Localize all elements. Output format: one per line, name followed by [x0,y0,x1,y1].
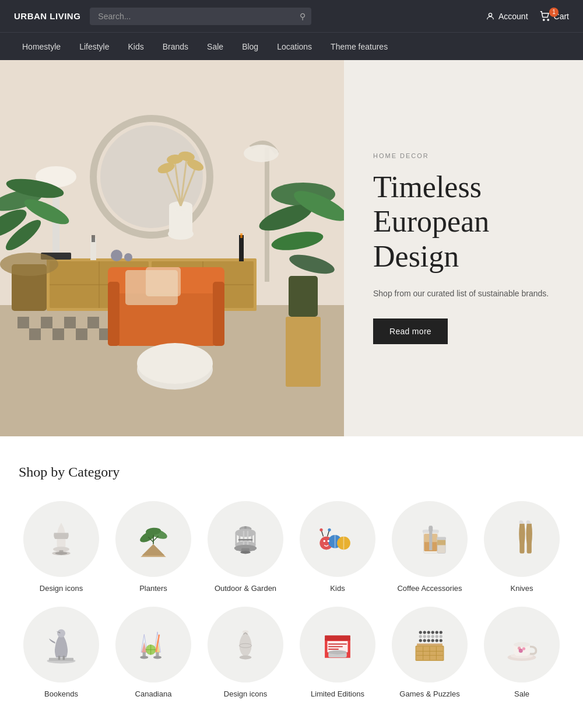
cart-button[interactable]: 1 Cart [540,11,569,22]
svg-rect-146 [328,643,347,645]
category-grid-row2: Bookends [19,607,564,698]
logo[interactable]: URBAN LIVING [14,11,80,21]
svg-point-38 [0,253,58,276]
category-item-games[interactable]: Games & Puzzles [387,607,472,698]
nav-blog[interactable]: Blog [234,37,266,56]
coffee-img [409,519,450,559]
category-item-coffee[interactable]: Coffee Accessories [387,501,472,593]
design-icons-2-img [225,624,266,665]
svg-point-152 [419,639,422,642]
svg-point-167 [431,631,434,634]
svg-rect-16 [52,328,64,340]
category-item-planters[interactable]: Planters [111,501,196,593]
svg-rect-35 [265,148,269,282]
svg-marker-81 [142,544,165,555]
svg-point-164 [419,631,422,634]
read-more-button[interactable]: Read more [373,318,448,344]
svg-point-106 [328,540,330,542]
search-icon: ⚲ [300,12,305,21]
svg-point-163 [440,635,442,638]
bookends-img [41,624,82,665]
hero-section: HOME DECOR Timeless European Design Shop… [0,60,583,436]
svg-rect-126 [58,656,61,660]
svg-point-1 [543,19,544,20]
svg-rect-144 [325,635,350,640]
svg-point-154 [427,639,430,642]
design-icons-img [41,519,82,559]
nav-locations[interactable]: Locations [269,37,320,56]
svg-point-105 [324,540,326,542]
category-circle-coffee [392,501,468,577]
category-label-kids: Kids [330,584,345,593]
category-label-knives: Knives [510,584,533,593]
svg-rect-71 [286,317,321,387]
nav-sale[interactable]: Sale [199,37,231,56]
knives-img [501,519,542,559]
search-bar: ⚲ [90,8,311,25]
category-label-sale: Sale [514,690,529,698]
svg-rect-121 [437,537,446,540]
svg-rect-72 [239,235,244,261]
category-circle-bookends [23,607,99,682]
account-label: Account [498,12,528,21]
svg-point-36 [244,145,279,162]
svg-point-168 [436,631,438,634]
games-img [409,624,450,665]
nav-homestyle[interactable]: Homestyle [14,37,69,56]
category-label-outdoor: Outdoor & Garden [215,584,276,593]
category-item-kids[interactable]: Kids [295,501,380,593]
canadiana-img [133,624,174,665]
cart-icon [540,11,550,22]
svg-rect-97 [254,533,256,545]
svg-point-2 [547,19,549,20]
user-icon [486,12,495,21]
svg-point-130 [140,656,148,659]
category-item-design-icons-2[interactable]: Design icons [203,607,288,698]
svg-point-157 [440,639,442,642]
svg-rect-15 [29,328,41,340]
category-item-bookends[interactable]: Bookends [19,607,104,698]
svg-rect-92 [236,533,237,545]
svg-point-150 [328,650,347,654]
category-circle-canadiana [115,607,191,682]
svg-point-75 [124,253,132,261]
hero-subtitle: Shop from our curated list of sustainabl… [373,287,554,300]
svg-point-140 [240,655,252,659]
hero-eyebrow: HOME DECOR [373,152,554,159]
hero-content: HOME DECOR Timeless European Design Shop… [344,60,583,436]
search-input[interactable] [90,8,311,25]
section-title: Shop by Category [19,464,564,480]
svg-point-156 [436,639,438,642]
category-item-outdoor[interactable]: Outdoor & Garden [203,501,288,593]
svg-point-182 [518,647,521,650]
nav-lifestyle[interactable]: Lifestyle [71,37,117,56]
category-circle-planters [115,501,191,577]
category-item-canadiana[interactable]: Canadiana [111,607,196,698]
category-item-sale[interactable]: Sale [479,607,564,698]
category-label-coffee: Coffee Accessories [397,584,462,593]
category-label-limited: Limited Editions [311,690,364,698]
svg-rect-17 [76,328,87,340]
category-label-canadiana: Canadiana [135,690,172,698]
svg-point-161 [431,635,434,638]
svg-rect-147 [328,646,343,648]
category-label-design-icons: Design icons [40,584,83,593]
category-item-knives[interactable]: Knives [479,501,564,593]
nav-kids[interactable]: Kids [120,37,152,56]
category-circle-games [392,607,468,682]
svg-rect-8 [64,317,76,328]
category-circle-knives [484,501,560,577]
category-section: Shop by Category Design icons [0,436,583,728]
category-grid-row1: Design icons Planters [19,501,564,593]
nav-brands[interactable]: Brands [154,37,196,56]
nav-theme-features[interactable]: Theme features [322,37,396,56]
sale-img [501,624,542,665]
svg-rect-9 [87,317,99,328]
category-circle-design-icons [23,501,99,577]
category-item-limited[interactable]: Limited Editions [295,607,380,698]
category-item-design-icons[interactable]: Design icons [19,501,104,593]
account-button[interactable]: Account [486,12,528,21]
navigation: Homestyle Lifestyle Kids Brands Sale Blo… [0,32,583,60]
svg-rect-122 [437,540,445,545]
hero-image [0,60,344,436]
